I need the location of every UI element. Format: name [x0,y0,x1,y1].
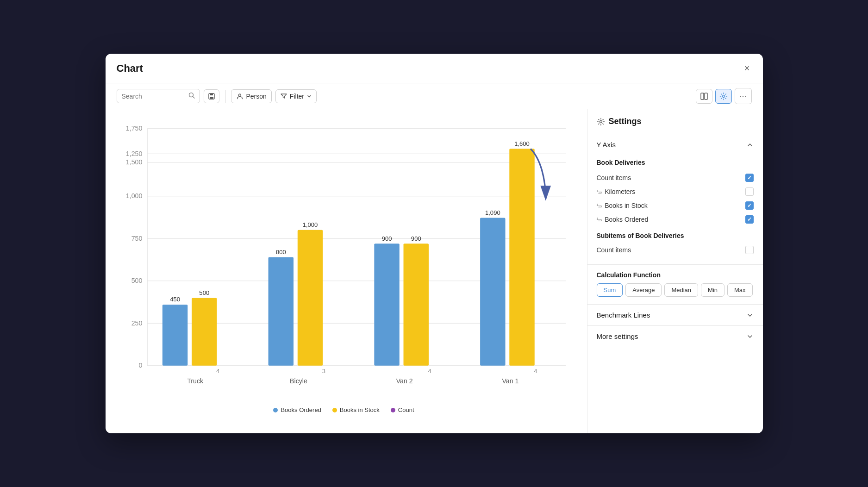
books-in-stock-row: ¹₂₃ Books in Stock [597,199,754,212]
svg-point-8 [723,95,725,97]
more-icon: ··· [739,91,747,101]
subitems-count-label-container: Count items [597,246,631,254]
more-settings-chevron-down-icon [746,333,754,340]
svg-text:500: 500 [199,289,209,296]
svg-text:1,090: 1,090 [485,209,500,216]
svg-text:1,000: 1,000 [125,192,142,200]
benchmark-lines-header[interactable]: Benchmark Lines [587,305,763,325]
legend-item-count: Count [391,406,414,413]
kilometers-label-container: ¹₂₃ Kilometers [597,188,636,195]
bar-van2-yellow [403,244,428,366]
num-icon-bis: ¹₂₃ [597,203,602,209]
toolbar: Person Filter [106,83,763,109]
toolbar-right: ··· [696,88,751,104]
svg-text:1,750: 1,750 [125,125,142,132]
count-items-label: Count items [597,174,631,181]
bar-truck-yellow [192,298,217,366]
person-label: Person [246,93,267,100]
window-title: Chart [117,62,143,75]
svg-point-43 [599,120,602,123]
subitems-count-label: Count items [597,246,631,254]
svg-text:4: 4 [216,368,219,375]
count-items-row: Count items [597,171,754,185]
num-icon-bo: ¹₂₃ [597,217,602,223]
bar-van1-yellow [509,149,534,365]
legend-label-books-ordered: Books Ordered [281,406,321,413]
settings-button[interactable] [715,89,732,104]
svg-text:Van 2: Van 2 [396,377,412,385]
subitems-count-checkbox[interactable] [745,246,754,254]
benchmark-chevron-down-icon [746,312,754,319]
calc-max-button[interactable]: Max [727,283,753,297]
settings-panel: Settings Y Axis Book Deliveries Count it… [587,109,763,433]
more-button[interactable]: ··· [735,88,751,104]
y-axis-content: Book Deliveries Count items ¹₂₃ Kilomete… [587,155,763,264]
svg-rect-7 [705,93,707,100]
kilometers-checkbox[interactable] [745,187,754,196]
filter-button[interactable]: Filter [275,89,317,103]
books-in-stock-checkbox[interactable] [745,201,754,210]
kilometers-label: Kilometers [605,188,635,195]
svg-text:1,600: 1,600 [514,140,530,147]
more-settings-label: More settings [597,332,638,340]
y-axis-label: Y Axis [597,141,616,149]
filter-label: Filter [290,93,304,100]
svg-line-1 [193,97,194,99]
y-axis-chevron-up-icon [746,141,754,149]
svg-point-5 [238,94,241,96]
svg-rect-3 [210,94,213,95]
count-items-label-container: Count items [597,174,631,181]
more-settings-section: More settings [587,326,763,347]
svg-rect-6 [701,93,704,100]
settings-header: Settings [587,109,763,134]
books-ordered-label: Books Ordered [605,216,648,223]
calc-min-button[interactable]: Min [701,283,724,297]
svg-rect-4 [210,97,213,99]
kilometers-row: ¹₂₃ Kilometers [597,185,754,199]
layout-button[interactable] [696,89,712,104]
svg-text:4: 4 [534,368,537,375]
calc-average-button[interactable]: Average [625,283,662,297]
search-input[interactable] [122,93,186,100]
subitems-label: Subitems of Book Deliveries [597,232,754,239]
calc-sum-button[interactable]: Sum [597,283,623,297]
book-deliveries-label: Book Deliveries [597,159,754,166]
calc-section: Calculation Function Sum Average Median … [587,265,763,305]
books-ordered-label-container: ¹₂₃ Books Ordered [597,216,649,223]
search-box [117,89,200,103]
close-button[interactable]: × [743,61,752,75]
num-icon-km: ¹₂₃ [597,189,602,195]
filter-chevron-icon [307,94,312,99]
person-button[interactable]: Person [231,89,272,103]
books-ordered-row: ¹₂₃ Books Ordered [597,212,754,226]
save-button[interactable] [204,89,219,103]
svg-text:1,500: 1,500 [125,158,142,166]
bar-bicycle-yellow [297,230,322,366]
main-content: 0 250 500 750 1,000 1,250 [106,109,763,433]
main-window: Chart × Person [106,54,763,433]
chart-container: 0 250 500 750 1,000 1,250 [110,119,578,429]
count-items-checkbox[interactable] [745,174,754,182]
svg-text:450: 450 [170,296,180,303]
svg-text:Truck: Truck [187,377,204,385]
books-ordered-checkbox[interactable] [745,215,754,224]
settings-gear-icon [597,118,605,126]
calc-buttons: Sum Average Median Min Max [597,283,754,297]
svg-text:250: 250 [131,319,142,327]
calc-median-button[interactable]: Median [664,283,698,297]
toolbar-divider [225,90,225,103]
subitems-count-row: Count items [597,243,754,257]
svg-text:500: 500 [131,277,142,284]
bar-van1-blue [480,218,505,366]
benchmark-lines-section: Benchmark Lines [587,305,763,326]
svg-text:3: 3 [322,368,325,375]
legend-dot-yellow [332,408,337,412]
more-settings-header[interactable]: More settings [587,326,763,347]
svg-text:900: 900 [411,235,421,242]
svg-text:4: 4 [428,368,431,375]
books-in-stock-label: Books in Stock [605,202,648,209]
benchmark-lines-label: Benchmark Lines [597,311,650,319]
svg-text:900: 900 [381,235,392,242]
y-axis-header[interactable]: Y Axis [587,134,763,155]
calc-function-label: Calculation Function [597,271,754,279]
